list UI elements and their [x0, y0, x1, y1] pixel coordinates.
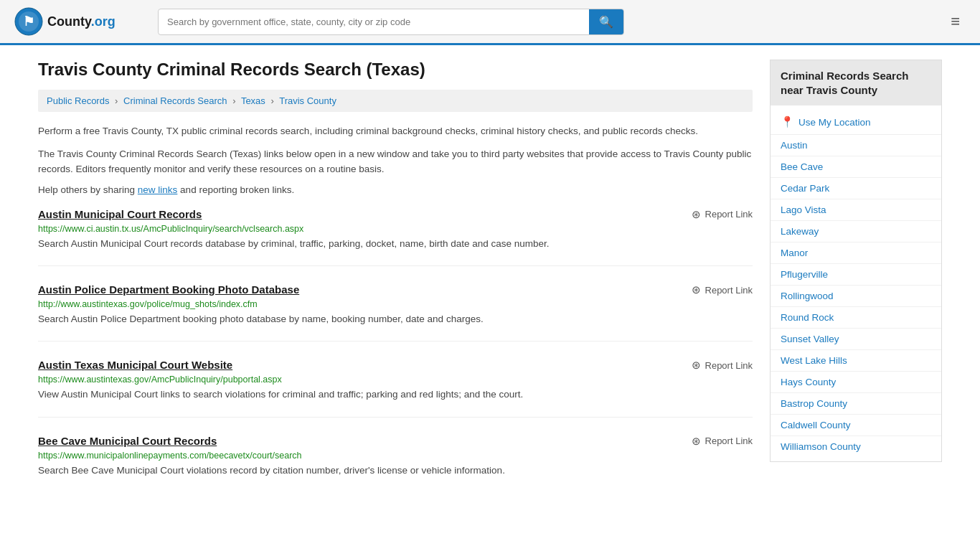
- share-text: Help others by sharing new links and rep…: [38, 184, 753, 195]
- hamburger-menu-icon[interactable]: ≡: [945, 9, 966, 34]
- sidebar: Criminal Records Search near Travis Coun…: [770, 60, 942, 509]
- site-header: ⚑ County.org 🔍 ≡: [0, 0, 980, 45]
- sidebar-link-bastrop-county[interactable]: Bastrop County: [771, 393, 941, 415]
- result-header: Bee Cave Municipal Court Records ⊛ Repor…: [38, 435, 753, 448]
- page-title: Travis County Criminal Records Search (T…: [38, 60, 753, 80]
- sidebar-link-round-rock[interactable]: Round Rock: [771, 307, 941, 329]
- sidebar-link-sunset-valley[interactable]: Sunset Valley: [771, 329, 941, 350]
- result-title[interactable]: Austin Texas Municipal Court Website: [38, 359, 232, 371]
- sidebar-link-cedar-park[interactable]: Cedar Park: [771, 178, 941, 199]
- sidebar-link-manor[interactable]: Manor: [771, 242, 941, 264]
- result-title[interactable]: Bee Cave Municipal Court Records: [38, 435, 217, 447]
- result-item: Austin Police Department Booking Photo D…: [38, 283, 753, 342]
- breadcrumb-public-records[interactable]: Public Records: [47, 95, 109, 106]
- report-link-button[interactable]: ⊛ Report Link: [692, 359, 753, 372]
- sidebar-link-austin[interactable]: Austin: [771, 135, 941, 156]
- sidebar-link-bee-cave[interactable]: Bee Cave: [771, 156, 941, 178]
- result-title[interactable]: Austin Police Department Booking Photo D…: [38, 283, 299, 296]
- result-url[interactable]: https://www.municipalonlinepayments.com/…: [38, 451, 753, 461]
- result-header: Austin Texas Municipal Court Website ⊛ R…: [38, 359, 753, 372]
- result-url[interactable]: http://www.austintexas.gov/police/mug_sh…: [38, 299, 753, 309]
- report-icon: ⊛: [692, 283, 701, 296]
- report-icon: ⊛: [692, 435, 701, 448]
- report-icon: ⊛: [692, 208, 701, 221]
- search-button[interactable]: 🔍: [589, 9, 623, 34]
- report-link-button[interactable]: ⊛ Report Link: [692, 283, 753, 296]
- description-1: Perform a free Travis County, TX public …: [38, 123, 753, 139]
- result-item: Austin Texas Municipal Court Website ⊛ R…: [38, 359, 753, 417]
- result-header: Austin Municipal Court Records ⊛ Report …: [38, 208, 753, 221]
- sidebar-link-williamson-county[interactable]: Williamson County: [771, 436, 941, 457]
- result-title[interactable]: Austin Municipal Court Records: [38, 208, 202, 220]
- result-description: Search Bee Cave Municipal Court violatio…: [38, 463, 753, 478]
- sidebar-link-pflugerville[interactable]: Pflugerville: [771, 264, 941, 286]
- result-url[interactable]: https://www.ci.austin.tx.us/AmcPublicInq…: [38, 224, 753, 234]
- page-container: Travis County Criminal Records Search (T…: [24, 45, 956, 524]
- use-my-location-button[interactable]: 📍 Use My Location: [771, 110, 941, 135]
- result-description: View Austin Municipal Court links to sea…: [38, 387, 753, 402]
- sidebar-link-hays-county[interactable]: Hays County: [771, 372, 941, 393]
- sidebar-list: 📍 Use My Location Austin Bee Cave Cedar …: [771, 105, 941, 461]
- search-input[interactable]: [159, 11, 589, 33]
- logo-icon: ⚑: [14, 7, 43, 36]
- report-link-button[interactable]: ⊛ Report Link: [692, 435, 753, 448]
- svg-text:⚑: ⚑: [23, 14, 34, 29]
- results-list: Austin Municipal Court Records ⊛ Report …: [38, 208, 753, 492]
- logo-text: County.org: [47, 14, 116, 29]
- breadcrumb-criminal-records-search[interactable]: Criminal Records Search: [123, 95, 227, 106]
- result-item: Austin Municipal Court Records ⊛ Report …: [38, 208, 753, 266]
- report-link-button[interactable]: ⊛ Report Link: [692, 208, 753, 221]
- sidebar-box: Criminal Records Search near Travis Coun…: [770, 60, 942, 462]
- sidebar-link-caldwell-county[interactable]: Caldwell County: [771, 415, 941, 436]
- sidebar-link-rollingwood[interactable]: Rollingwood: [771, 286, 941, 307]
- sidebar-link-lakeway[interactable]: Lakeway: [771, 221, 941, 242]
- breadcrumb-texas[interactable]: Texas: [241, 95, 265, 106]
- sidebar-title: Criminal Records Search near Travis Coun…: [771, 60, 941, 105]
- main-content: Travis County Criminal Records Search (T…: [38, 60, 753, 509]
- sidebar-link-west-lake-hills[interactable]: West Lake Hills: [771, 350, 941, 372]
- result-description: Search Austin Municipal Court records da…: [38, 237, 753, 251]
- result-description: Search Austin Police Department booking …: [38, 312, 753, 326]
- new-links-link[interactable]: new links: [138, 184, 178, 195]
- breadcrumb: Public Records › Criminal Records Search…: [38, 90, 753, 112]
- report-icon: ⊛: [692, 359, 701, 372]
- location-pin-icon: 📍: [781, 116, 794, 128]
- result-item: Bee Cave Municipal Court Records ⊛ Repor…: [38, 435, 753, 492]
- search-bar[interactable]: 🔍: [158, 9, 624, 35]
- logo[interactable]: ⚑ County.org: [14, 7, 143, 36]
- description-2: The Travis County Criminal Records Searc…: [38, 146, 753, 177]
- breadcrumb-travis-county[interactable]: Travis County: [279, 95, 336, 106]
- result-header: Austin Police Department Booking Photo D…: [38, 283, 753, 296]
- sidebar-link-lago-vista[interactable]: Lago Vista: [771, 199, 941, 221]
- result-url[interactable]: https://www.austintexas.gov/AmcPublicInq…: [38, 375, 753, 385]
